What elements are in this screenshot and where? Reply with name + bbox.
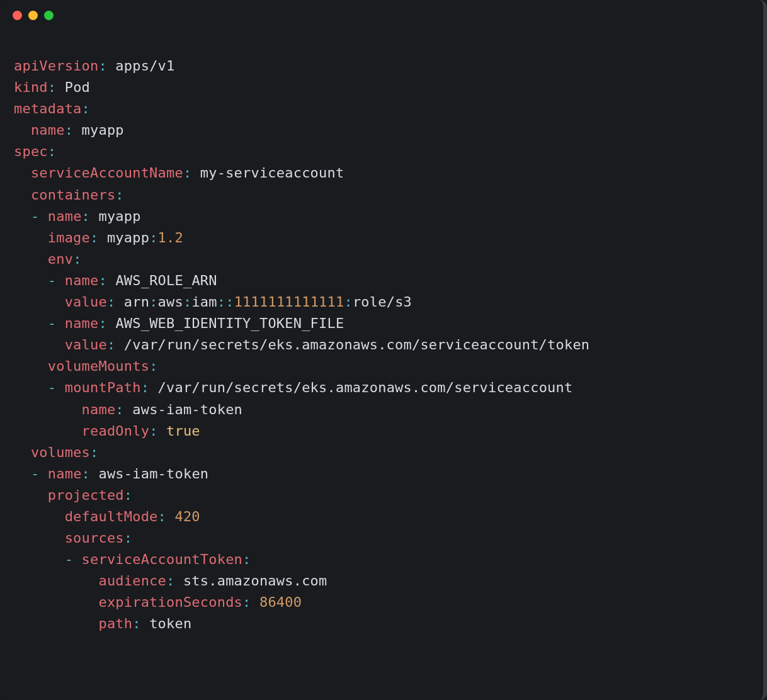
yaml-boolean: true xyxy=(166,423,200,439)
colon: : xyxy=(124,530,132,546)
colon: : xyxy=(82,208,90,224)
yaml-value: apps/v1 xyxy=(115,58,174,74)
yaml-number: 420 xyxy=(174,509,200,524)
colon: : xyxy=(107,337,115,353)
yaml-key: containers xyxy=(31,187,115,203)
yaml-value: myapp xyxy=(98,208,140,224)
yaml-value: role/s3 xyxy=(353,294,412,310)
yaml-value: aws-iam-token xyxy=(98,466,208,482)
colon: : xyxy=(183,165,191,181)
dash: - xyxy=(48,273,56,288)
yaml-key: defaultMode xyxy=(65,509,158,524)
colon: : xyxy=(158,509,166,524)
yaml-value: iam xyxy=(191,294,217,310)
colon: : xyxy=(242,594,251,610)
colon: : xyxy=(183,294,191,310)
yaml-value: aws-iam-token xyxy=(132,402,242,417)
yaml-value: my-serviceaccount xyxy=(200,165,344,181)
yaml-key: image xyxy=(48,230,90,246)
colon: : xyxy=(65,122,73,138)
yaml-key: volumes xyxy=(31,444,90,460)
colon: : xyxy=(344,294,352,310)
yaml-key: apiVersion xyxy=(14,58,98,74)
yaml-value: myapp xyxy=(82,122,124,138)
colon: : xyxy=(48,144,56,159)
colon: : xyxy=(166,573,174,589)
colon: : xyxy=(73,251,81,267)
titlebar xyxy=(0,0,763,30)
colon: : xyxy=(132,616,140,631)
yaml-key: name xyxy=(82,402,116,417)
colon: : xyxy=(82,466,90,482)
colon: : xyxy=(149,230,157,246)
yaml-key: expirationSeconds xyxy=(98,594,242,610)
yaml-key: value xyxy=(65,337,107,353)
colon: : xyxy=(242,551,251,567)
terminal-window: apiVersion: apps/v1 kind: Pod metadata: … xyxy=(0,0,767,700)
colon: : xyxy=(115,187,123,203)
yaml-key: name xyxy=(65,273,99,288)
yaml-value: token xyxy=(149,616,191,631)
colon: : xyxy=(98,315,106,331)
yaml-value: /var/run/secrets/eks.amazonaws.com/servi… xyxy=(158,380,573,395)
yaml-value: Pod xyxy=(65,79,90,95)
colon: : xyxy=(149,358,157,374)
yaml-number: 1111111111111 xyxy=(234,294,344,310)
dash: - xyxy=(48,315,56,331)
yaml-value: AWS_WEB_IDENTITY_TOKEN_FILE xyxy=(115,315,344,331)
colon: : xyxy=(115,402,123,417)
colon: : xyxy=(149,423,157,439)
dash: - xyxy=(65,551,73,567)
yaml-value: sts.amazonaws.com xyxy=(183,573,327,589)
yaml-key: name xyxy=(48,208,82,224)
yaml-number: 86400 xyxy=(259,594,302,610)
colon: : xyxy=(48,79,56,95)
close-icon[interactable] xyxy=(13,11,22,20)
yaml-key: mountPath xyxy=(65,380,141,395)
dash: - xyxy=(31,466,39,482)
colon: : xyxy=(90,444,98,460)
dash: - xyxy=(31,208,39,224)
yaml-key: value xyxy=(65,294,107,310)
yaml-key: serviceAccountName xyxy=(31,165,183,181)
code-block: apiVersion: apps/v1 kind: Pod metadata: … xyxy=(0,30,763,649)
yaml-key: metadata xyxy=(14,101,82,116)
colon: : xyxy=(98,58,106,74)
minimize-icon[interactable] xyxy=(28,11,38,20)
yaml-key: readOnly xyxy=(82,423,150,439)
yaml-value: arn xyxy=(124,294,149,310)
yaml-key: audience xyxy=(98,573,166,589)
colon: : xyxy=(98,273,106,288)
yaml-key: env xyxy=(48,251,73,267)
yaml-key: name xyxy=(65,315,99,331)
colon: : xyxy=(149,294,157,310)
yaml-key: path xyxy=(98,616,132,631)
yaml-value: aws xyxy=(158,294,183,310)
yaml-key: sources xyxy=(65,530,124,546)
dash: - xyxy=(48,380,56,395)
colon: : xyxy=(217,294,225,310)
yaml-value: /var/run/secrets/eks.amazonaws.com/servi… xyxy=(124,337,589,353)
yaml-value: AWS_ROLE_ARN xyxy=(115,273,217,288)
yaml-key: name xyxy=(31,122,65,138)
colon: : xyxy=(90,230,98,246)
yaml-key: name xyxy=(48,466,82,482)
yaml-key: kind xyxy=(14,79,48,95)
yaml-value: myapp xyxy=(107,230,149,246)
colon: : xyxy=(107,294,115,310)
yaml-key: projected xyxy=(48,487,124,503)
colon: : xyxy=(141,380,149,395)
yaml-key: spec xyxy=(14,144,48,159)
maximize-icon[interactable] xyxy=(44,11,54,20)
colon: : xyxy=(82,101,90,116)
yaml-key: serviceAccountToken xyxy=(82,551,242,567)
yaml-number: 1.2 xyxy=(158,230,183,246)
colon: : xyxy=(124,487,132,503)
yaml-key: volumeMounts xyxy=(48,358,149,374)
colon: : xyxy=(225,294,234,310)
